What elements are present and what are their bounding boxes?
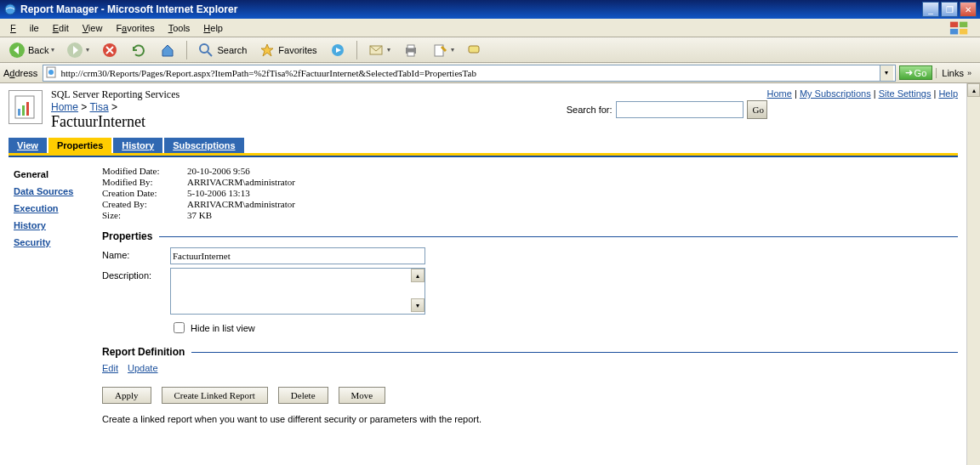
sidenav-data-sources[interactable]: Data Sources [14,186,73,196]
breadcrumb: Home > Tisa > [51,101,558,113]
page-title: FactuurInternet [51,113,558,131]
address-label: Address [3,68,39,78]
back-button[interactable]: Back ▾ [5,40,58,60]
create-linked-report-button[interactable]: Create Linked Report [162,387,268,404]
media-button[interactable] [326,40,350,60]
ie-icon [3,3,17,16]
menu-edit[interactable]: Edit [46,21,76,35]
properties-sidenav: General Data Sources Execution History S… [9,162,102,428]
address-input[interactable] [60,68,879,78]
search-button[interactable]: Search [194,40,250,60]
tab-subscriptions[interactable]: Subscriptions [164,138,243,153]
print-button[interactable] [399,40,423,60]
size-value: 37 KB [187,210,212,220]
breadcrumb-folder[interactable]: Tisa [89,101,108,113]
forward-button[interactable]: ▾ [63,40,93,60]
discuss-icon [466,42,483,59]
link-my-subscriptions[interactable]: My Subscriptions [800,88,871,99]
discuss-button[interactable] [463,40,487,60]
description-textarea[interactable] [170,268,425,315]
media-icon [329,42,346,59]
vertical-scrollbar[interactable]: ▴ [966,83,980,465]
modified-date-value: 20-10-2006 9:56 [187,166,250,176]
modified-date-label: Modified Date: [102,166,187,176]
description-label: Description: [102,268,170,281]
search-go-button[interactable]: Go [747,100,767,119]
hide-in-list-label: Hide in list view [191,323,255,333]
svg-rect-21 [22,105,25,116]
window-title: Report Manager - Microsoft Internet Expl… [20,3,922,15]
tab-properties[interactable]: Properties [48,138,111,153]
sidenav-security[interactable]: Security [14,237,50,247]
report-icon [9,90,43,124]
menu-view[interactable]: View [76,21,110,35]
definition-edit-link[interactable]: Edit [102,363,118,373]
sidenav-general[interactable]: General [14,169,48,179]
tabstrip: View Properties History Subscriptions [9,138,958,156]
scroll-up-icon[interactable]: ▴ [411,269,424,282]
svg-line-9 [208,52,212,56]
name-input[interactable] [170,247,425,264]
breadcrumb-home[interactable]: Home [51,101,78,113]
link-help[interactable]: Help [938,88,958,99]
sidenav-history[interactable]: History [14,220,46,230]
favorites-button[interactable]: Favorites [255,40,320,60]
refresh-icon [130,42,147,59]
apply-button[interactable]: Apply [102,387,151,404]
stop-button[interactable] [98,40,122,60]
links-toolbar[interactable]: Links » [936,68,977,78]
restore-button[interactable]: ❐ [941,2,958,17]
svg-point-8 [200,44,208,53]
forward-dropdown-icon[interactable]: ▾ [86,46,89,54]
link-site-settings[interactable]: Site Settings [879,88,932,99]
link-home[interactable]: Home [767,88,792,99]
go-button[interactable]: ➜ Go [899,65,933,80]
name-label: Name: [102,247,170,260]
address-dropdown-icon[interactable]: ▾ [880,65,893,81]
created-by-value: ARRIVACRM\administrator [187,199,295,209]
sidenav-execution[interactable]: Execution [14,203,59,213]
menu-favorites[interactable]: Favorites [109,21,161,35]
hint-text: Create a linked report when you want to … [102,414,958,424]
svg-rect-22 [26,102,29,116]
search-input[interactable] [616,101,744,118]
refresh-button[interactable] [127,40,151,60]
back-icon [9,42,26,59]
home-button[interactable] [156,40,179,60]
size-label: Size: [102,210,187,220]
svg-rect-14 [407,52,414,56]
move-button[interactable]: Move [339,387,386,404]
window-titlebar: Report Manager - Microsoft Internet Expl… [0,0,980,19]
address-bar: Address ▾ ➜ Go Links » [0,63,980,83]
svg-rect-3 [950,28,958,33]
svg-rect-16 [469,46,479,53]
scroll-down-icon[interactable]: ▾ [411,298,424,312]
menu-help[interactable]: Help [197,21,230,35]
svg-rect-2 [960,21,967,26]
hide-in-list-checkbox[interactable] [174,322,185,333]
back-dropdown-icon[interactable]: ▾ [51,46,54,54]
tab-history[interactable]: History [113,138,162,153]
home-icon [159,42,176,59]
global-links: Home | My Subscriptions | Site Settings … [767,88,958,99]
svg-point-18 [48,70,54,75]
definition-update-link[interactable]: Update [128,363,157,373]
tab-view[interactable]: View [9,138,47,153]
windows-logo-icon [943,19,977,37]
svg-rect-20 [18,109,20,116]
edit-button[interactable]: ▾ [428,40,458,60]
stop-icon [101,42,118,59]
minimize-button[interactable]: _ [922,2,939,17]
section-properties: Properties [102,230,152,242]
scroll-top-icon[interactable]: ▴ [967,83,980,97]
mail-button[interactable]: ▾ [364,40,394,60]
search-label: Search for: [567,105,612,115]
go-arrow-icon: ➜ [905,67,913,78]
menu-tools[interactable]: Tools [162,21,197,35]
menu-file[interactable]: File [3,21,46,35]
menu-bar: File Edit View Favorites Tools Help [0,19,980,37]
creation-date-value: 5-10-2006 13:13 [187,188,250,198]
close-button[interactable]: ✕ [960,2,977,17]
delete-button[interactable]: Delete [278,387,328,404]
service-name: SQL Server Reporting Services [51,88,558,101]
